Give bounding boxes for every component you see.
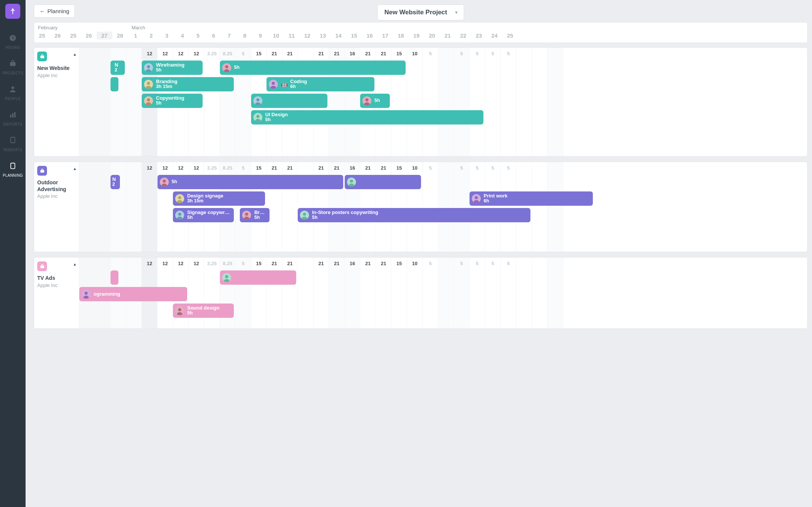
- hours-cell: 21: [376, 162, 392, 174]
- day-cell[interactable]: 6: [206, 32, 222, 39]
- task-bar[interactable]: Design signage3h 15m: [173, 191, 265, 206]
- sidebar-item-planning[interactable]: PLANNING: [0, 156, 26, 182]
- hours-row: 121212123.258.25515212121211621211510555…: [79, 258, 807, 270]
- task-bar[interactable]: 5h: [220, 61, 406, 75]
- task-bar[interactable]: [111, 270, 118, 285]
- day-cell[interactable]: 13: [315, 32, 331, 39]
- avatar: [144, 96, 153, 105]
- task-bar[interactable]: Copywriting5h: [142, 94, 203, 108]
- collapse-toggle[interactable]: ▲: [73, 167, 77, 171]
- day-cell[interactable]: 27: [97, 32, 112, 39]
- day-cell[interactable]: 21: [440, 32, 456, 39]
- day-cell[interactable]: 7: [221, 32, 237, 39]
- hours-cell: [79, 48, 95, 60]
- hours-cell: 5: [454, 258, 470, 270]
- project-select-value: New Website Project: [385, 9, 447, 16]
- lane-outdoor-advertising: ▲ Outdoor Advertising Apple Inc121212123…: [34, 162, 807, 252]
- sidebar-item-insights[interactable]: INSIGHTS: [0, 131, 26, 156]
- task-bar[interactable]: N2: [111, 175, 120, 189]
- task-hours: 5h: [374, 98, 380, 103]
- hours-cell: 21: [282, 48, 298, 60]
- day-cell[interactable]: 16: [362, 32, 378, 39]
- sidebar-item-projects[interactable]: PROJECTS: [0, 54, 26, 80]
- task-bar[interactable]: 🤖Coding6h: [267, 77, 374, 91]
- collapse-toggle[interactable]: ▲: [73, 262, 77, 266]
- lane-tv-ads: ▲ TV Ads Apple Inc121212123.258.25515212…: [34, 257, 807, 329]
- projects-icon: [9, 59, 17, 69]
- day-cell[interactable]: 25: [34, 32, 50, 39]
- avatar: [222, 63, 231, 72]
- day-cell[interactable]: 26: [81, 32, 97, 39]
- hours-cell: 8.25: [220, 258, 236, 270]
- day-cell[interactable]: 3: [159, 32, 175, 39]
- day-cell[interactable]: 20: [424, 32, 440, 39]
- project-select[interactable]: New Website Project ▼: [377, 5, 464, 20]
- task-bar[interactable]: Branding3h 15m: [142, 77, 234, 91]
- day-cell[interactable]: 25: [65, 32, 81, 39]
- hours-cell: [516, 162, 532, 174]
- hours-cell: 8.25: [220, 48, 236, 60]
- sidebar-item-reports[interactable]: REPORTS: [0, 105, 26, 131]
- svg-rect-26: [40, 170, 44, 173]
- task-bar[interactable]: 5h: [360, 94, 390, 108]
- task-hours: 5h: [312, 215, 378, 220]
- day-cell[interactable]: 1: [128, 32, 144, 39]
- day-cell[interactable]: 15: [346, 32, 362, 39]
- task-bar[interactable]: N2: [111, 61, 125, 75]
- day-cell[interactable]: 24: [487, 32, 503, 39]
- lane-header: ▲ TV Ads Apple Inc: [34, 258, 79, 328]
- hours-cell: 12: [173, 48, 189, 60]
- hours-cell: 16: [345, 162, 361, 174]
- collapse-toggle[interactable]: ▲: [73, 52, 77, 56]
- task-bar[interactable]: [220, 270, 297, 285]
- day-cell[interactable]: 19: [409, 32, 424, 39]
- day-cell[interactable]: 28: [112, 32, 128, 39]
- hours-cell: [298, 48, 314, 60]
- task-labels: Wireframing5h: [156, 62, 185, 73]
- task-bar[interactable]: UI Design5h: [251, 110, 484, 124]
- task-hours: 6h: [484, 199, 508, 204]
- task-bar[interactable]: ogramming: [79, 287, 187, 301]
- svg-rect-5: [12, 113, 14, 117]
- day-cell[interactable]: 5: [190, 32, 206, 39]
- task-hours: 5h: [172, 179, 177, 185]
- day-cell[interactable]: 14: [331, 32, 347, 39]
- main-content: ← Planning New Website Project ▼ Februar…: [26, 0, 812, 507]
- hours-cell: [516, 258, 532, 270]
- day-cell[interactable]: 18: [393, 32, 409, 39]
- hours-cell: 21: [314, 258, 329, 270]
- sidebar-item-label: HOURS: [6, 46, 20, 50]
- day-cell[interactable]: 10: [268, 32, 284, 39]
- task-bar[interactable]: [111, 77, 118, 91]
- sidebar-item-label: INSIGHTS: [3, 148, 22, 152]
- task-bar[interactable]: Brand…5h: [240, 208, 270, 222]
- back-button[interactable]: ← Planning: [34, 5, 75, 18]
- task-bar[interactable]: [345, 175, 421, 189]
- task-bar[interactable]: Sound design5h: [173, 304, 234, 318]
- day-cell[interactable]: 26: [50, 32, 66, 39]
- day-cell[interactable]: 9: [253, 32, 268, 39]
- sidebar-item-hours[interactable]: HOURS: [0, 29, 26, 54]
- task-bar[interactable]: Signage copywriting5h: [173, 208, 234, 222]
- day-cell[interactable]: 2: [144, 32, 159, 39]
- hours-cell: [95, 162, 111, 174]
- task-bar[interactable]: 5h: [158, 175, 343, 189]
- hours-cell: 12: [142, 258, 158, 270]
- task-bar[interactable]: Print work6h: [470, 191, 593, 206]
- task-bar[interactable]: Wireframing5h: [142, 61, 203, 75]
- task-bar[interactable]: In-Store posters copywriting5h: [298, 208, 530, 222]
- day-cell[interactable]: 8: [237, 32, 253, 39]
- task-bar[interactable]: [251, 94, 328, 108]
- day-cell[interactable]: 22: [456, 32, 471, 39]
- day-cell[interactable]: 23: [471, 32, 487, 39]
- day-cell[interactable]: 4: [175, 32, 191, 39]
- task-labels: Brand…5h: [254, 210, 266, 220]
- day-cell[interactable]: 12: [300, 32, 315, 39]
- day-cell[interactable]: 25: [502, 32, 518, 39]
- day-cell[interactable]: 11: [284, 32, 300, 39]
- svg-point-0: [12, 8, 13, 9]
- svg-point-11: [147, 65, 150, 68]
- day-cell[interactable]: 17: [377, 32, 393, 39]
- app-logo[interactable]: [5, 4, 20, 19]
- sidebar-item-people[interactable]: PEOPLE: [0, 80, 26, 105]
